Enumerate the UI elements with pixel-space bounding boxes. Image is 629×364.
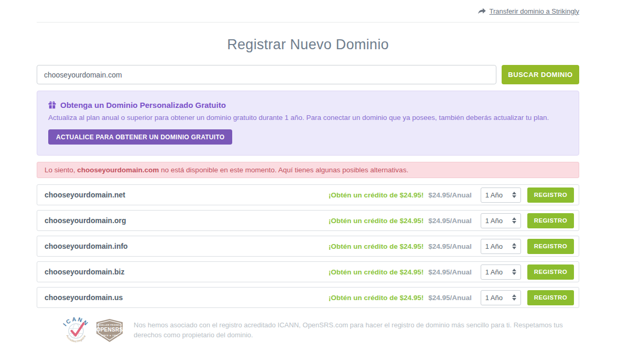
up-down-stepper-icon xyxy=(512,294,516,301)
term-select[interactable]: 1 Año xyxy=(481,187,521,203)
term-select-value: 1 Año xyxy=(485,242,503,250)
registrar-logos: ICANN Accredited Registrar RESELLER FRIE… xyxy=(60,315,125,346)
up-down-stepper-icon xyxy=(512,243,516,249)
credit-promo-label: ¡Obtén un crédito de $24.95! xyxy=(329,217,424,225)
promo-panel-body: Actualiza al plan anual o superior para … xyxy=(48,114,568,122)
transfer-domain-label: Transferir dominio a Strikingly xyxy=(490,7,579,15)
domain-name: chooseyourdomain.us xyxy=(45,293,123,302)
term-select-value: 1 Año xyxy=(485,191,503,199)
domain-row: chooseyourdomain.info ¡Obtén un crédito … xyxy=(37,236,579,257)
up-down-stepper-icon xyxy=(512,192,516,198)
main-content: Registrar Nuevo Dominio BUSCAR DOMINIO O… xyxy=(37,37,579,346)
domain-search-input[interactable] xyxy=(37,65,496,84)
svg-text:ICANN: ICANN xyxy=(62,316,90,327)
term-select-value: 1 Año xyxy=(485,294,503,302)
register-button[interactable]: REGISTRO xyxy=(527,290,574,305)
up-down-stepper-icon xyxy=(512,269,516,275)
registrar-footer: ICANN Accredited Registrar RESELLER FRIE… xyxy=(37,315,579,346)
domain-search-bar: BUSCAR DOMINIO xyxy=(37,65,579,84)
domain-unavailable-alert: Lo siento, chooseyourdomain.com no está … xyxy=(37,162,579,178)
partnership-note: Nos hemos asociado con el registro acred… xyxy=(134,321,569,340)
price-label: $24.95/Anual xyxy=(428,294,472,302)
register-button[interactable]: REGISTRO xyxy=(527,239,574,254)
svg-text:OPENSRS: OPENSRS xyxy=(96,327,123,333)
credit-promo-label: ¡Obtén un crédito de $24.95! xyxy=(329,294,424,302)
up-down-stepper-icon xyxy=(512,217,516,224)
transfer-domain-link[interactable]: Transferir dominio a Strikingly xyxy=(478,7,579,15)
top-bar: Transferir dominio a Strikingly xyxy=(0,0,629,22)
term-select-value: 1 Año xyxy=(485,268,503,276)
promo-heading-label: Obtenga un Dominio Personalizado Gratuit… xyxy=(60,101,226,109)
promo-panel-heading: Obtenga un Dominio Personalizado Gratuit… xyxy=(48,101,568,109)
domain-row: chooseyourdomain.us ¡Obtén un crédito de… xyxy=(37,287,579,308)
register-button[interactable]: REGISTRO xyxy=(527,264,574,280)
register-button[interactable]: REGISTRO xyxy=(527,187,574,203)
alternative-domains-list: chooseyourdomain.net ¡Obtén un crédito d… xyxy=(37,184,579,308)
price-label: $24.95/Anual xyxy=(428,217,472,225)
forward-arrow-icon xyxy=(478,8,486,14)
gift-icon xyxy=(48,101,56,109)
term-select[interactable]: 1 Año xyxy=(481,290,521,305)
alert-suffix: no está disponible en este momento. Aquí… xyxy=(159,166,408,174)
header-divider xyxy=(37,22,579,23)
upgrade-for-free-domain-button[interactable]: ACTUALICE PARA OBTENER UN DOMINIO GRATUI… xyxy=(48,129,232,145)
term-select[interactable]: 1 Año xyxy=(481,239,521,254)
search-domain-button[interactable]: BUSCAR DOMINIO xyxy=(502,65,579,84)
domain-row: chooseyourdomain.net ¡Obtén un crédito d… xyxy=(37,184,579,205)
alert-domain: chooseyourdomain.com xyxy=(77,166,159,174)
svg-text:RESELLER FRIENDLY: RESELLER FRIENDLY xyxy=(97,324,122,326)
domain-name: chooseyourdomain.biz xyxy=(45,268,124,276)
price-label: $24.95/Anual xyxy=(428,268,472,276)
price-label: $24.95/Anual xyxy=(428,242,472,250)
term-select-value: 1 Año xyxy=(485,217,503,225)
domain-row: chooseyourdomain.org ¡Obtén un crédito d… xyxy=(37,210,579,231)
register-button[interactable]: REGISTRO xyxy=(527,213,574,228)
domain-name: chooseyourdomain.info xyxy=(45,242,128,250)
svg-text:SINCE ★ 1999: SINCE ★ 1999 xyxy=(101,335,117,337)
term-select[interactable]: 1 Año xyxy=(481,264,521,280)
credit-promo-label: ¡Obtén un crédito de $24.95! xyxy=(329,268,424,276)
domain-row: chooseyourdomain.biz ¡Obtén un crédito d… xyxy=(37,261,579,282)
opensrs-logo: RESELLER FRIENDLY OPENSRS SINCE ★ 1999 xyxy=(94,317,125,344)
credit-promo-label: ¡Obtén un crédito de $24.95! xyxy=(329,242,424,250)
domain-name: chooseyourdomain.net xyxy=(45,191,125,199)
alert-prefix: Lo siento, xyxy=(45,166,77,174)
price-label: $24.95/Anual xyxy=(428,191,472,199)
icann-accredited-logo: ICANN Accredited Registrar xyxy=(60,315,92,346)
domain-name: chooseyourdomain.org xyxy=(45,216,126,225)
page-title: Registrar Nuevo Dominio xyxy=(37,37,579,53)
credit-promo-label: ¡Obtén un crédito de $24.95! xyxy=(329,191,424,199)
free-domain-promo-panel: Obtenga un Dominio Personalizado Gratuit… xyxy=(37,91,579,156)
term-select[interactable]: 1 Año xyxy=(481,213,521,228)
